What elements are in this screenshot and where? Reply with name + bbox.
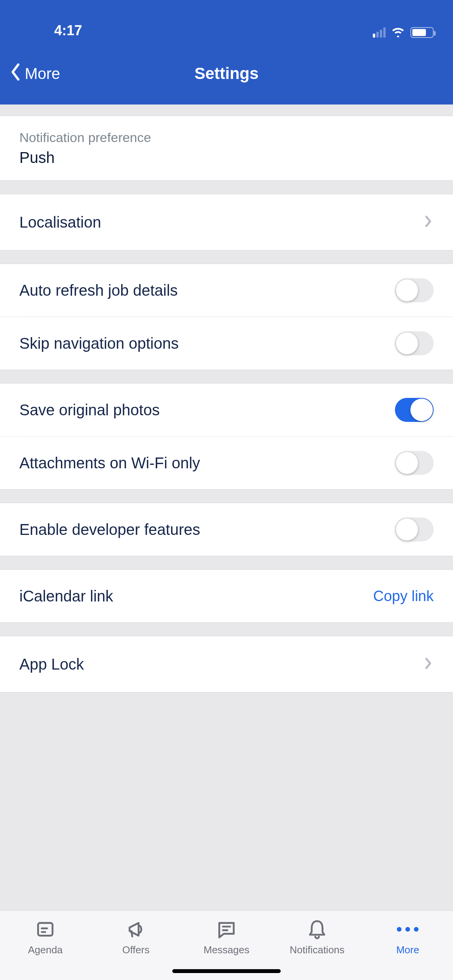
save-photos-toggle[interactable] [395,398,434,422]
tab-label: Messages [204,944,250,956]
row-developer-features: Enable developer features [0,503,453,556]
status-time: 4:17 [19,22,82,39]
row-wifi-attachments: Attachments on Wi-Fi only [0,437,453,489]
agenda-icon [34,918,56,940]
chevron-right-icon [424,656,434,673]
wifi-icon [391,26,405,39]
cellular-signal-icon [373,27,386,38]
tab-more[interactable]: More [362,918,453,980]
nav-header: More Settings [0,43,453,105]
row-localisation[interactable]: Localisation [0,194,453,250]
status-bar: 4:17 [0,0,453,43]
tab-offers[interactable]: Offers [91,918,181,980]
row-auto-refresh: Auto refresh job details [0,264,453,317]
localisation-label: Localisation [19,214,424,231]
icalendar-label: iCalendar link [19,588,373,605]
back-button[interactable]: More [8,63,60,85]
tab-label: Offers [122,944,149,956]
row-app-lock[interactable]: App Lock [0,636,453,692]
tab-label: Agenda [28,944,63,956]
settings-content: Notification preference Push Localisatio… [0,105,453,769]
developer-features-label: Enable developer features [19,521,395,538]
skip-navigation-toggle[interactable] [395,331,434,355]
tab-label: Notifications [290,944,345,956]
save-photos-label: Save original photos [19,401,395,419]
svg-line-3 [131,931,132,937]
messages-icon [216,918,237,940]
page-title: Settings [0,64,453,83]
home-indicator[interactable] [172,969,281,973]
copy-link-button[interactable]: Copy link [373,588,434,605]
auto-refresh-toggle[interactable] [395,278,434,302]
developer-features-toggle[interactable] [395,517,434,541]
auto-refresh-label: Auto refresh job details [19,282,395,299]
battery-icon [410,27,434,38]
row-notification-preference[interactable]: Notification preference Push [0,116,453,180]
chevron-left-icon [8,63,23,85]
notification-preference-label: Notification preference [19,130,151,145]
skip-navigation-label: Skip navigation options [19,335,395,352]
row-icalendar-link: iCalendar link Copy link [0,570,453,622]
chevron-right-icon [424,214,434,231]
wifi-attachments-toggle[interactable] [395,451,434,475]
notification-preference-value: Push [19,149,55,166]
app-lock-label: App Lock [19,656,424,673]
tab-label: More [396,944,419,956]
megaphone-icon [125,918,147,940]
tab-notifications[interactable]: Notifications [272,918,362,980]
bell-icon [306,918,328,940]
more-icon [397,918,419,940]
back-label: More [25,65,60,82]
status-icons [373,26,434,39]
tab-agenda[interactable]: Agenda [0,918,91,980]
wifi-attachments-label: Attachments on Wi-Fi only [19,454,395,472]
row-save-photos: Save original photos [0,384,453,436]
row-skip-navigation: Skip navigation options [0,317,453,370]
